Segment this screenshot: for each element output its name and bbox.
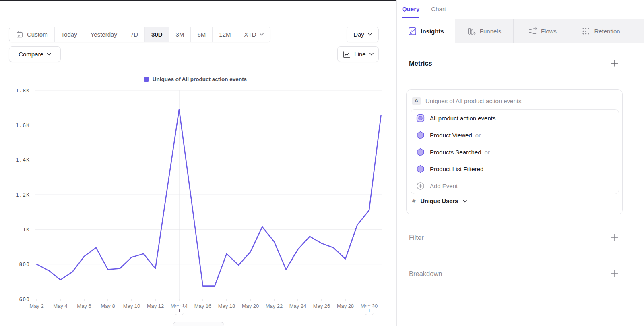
chevron-down-icon — [369, 53, 374, 56]
panel-tabs: Query Chart — [397, 0, 644, 18]
filter-heading: Filter — [409, 234, 424, 241]
event-row[interactable]: Product Viewed or — [411, 127, 619, 143]
tab-funnels[interactable]: Funnels — [455, 19, 514, 43]
tab-query[interactable]: Query — [402, 6, 419, 18]
range-30d[interactable]: 30D — [145, 27, 169, 42]
range-yesterday[interactable]: Yesterday — [84, 27, 124, 42]
funnels-icon — [467, 27, 476, 35]
chart-type-dropdown[interactable]: Line — [337, 46, 379, 62]
annotation-chip[interactable]: 1 — [175, 306, 184, 315]
chevron-down-icon — [260, 33, 264, 36]
circle-plus-icon — [416, 182, 425, 190]
event-row[interactable]: Products Searched or — [411, 143, 619, 160]
range-6m[interactable]: 6M — [191, 27, 213, 42]
svg-text:May 18: May 18 — [218, 303, 235, 309]
event-hexagon-icon — [416, 165, 425, 173]
event-row[interactable]: All product action events — [411, 110, 619, 127]
svg-text:May 2: May 2 — [29, 303, 43, 309]
calendar-icon — [16, 31, 23, 38]
report-tabs-filler — [630, 19, 644, 43]
tab-insights[interactable]: Insights — [397, 19, 455, 43]
svg-text:May 22: May 22 — [266, 303, 283, 309]
chart-panel: Custom Today Yesterday 7D 30D 3M 6M 12M … — [0, 0, 396, 326]
svg-text:1K: 1K — [23, 226, 30, 233]
chart-footer-control[interactable] — [173, 322, 224, 326]
annotation-chip[interactable]: 1 — [365, 306, 374, 315]
measure-dropdown[interactable]: # Unique Users — [412, 198, 467, 204]
tab-retention[interactable]: Retention — [572, 19, 630, 43]
report-type-tabs: Insights Funnels — [397, 19, 644, 43]
query-panel: Query Chart Insights — [396, 0, 644, 326]
svg-text:May 26: May 26 — [313, 303, 330, 309]
range-today[interactable]: Today — [55, 27, 84, 42]
granularity-dropdown[interactable]: Day — [347, 27, 379, 42]
add-filter-button[interactable] — [610, 233, 619, 242]
svg-text:1.6K: 1.6K — [16, 122, 30, 128]
add-breakdown-button[interactable] — [610, 269, 619, 278]
all-events-icon — [416, 114, 425, 123]
line-chart-icon — [343, 50, 351, 58]
top-divider — [0, 0, 396, 1]
metric-badge: A — [412, 97, 421, 105]
event-hexagon-icon — [416, 148, 425, 156]
event-list: All product action events Product Viewed… — [411, 109, 619, 194]
compare-dropdown[interactable]: Compare — [9, 46, 61, 62]
svg-text:May 4: May 4 — [53, 303, 67, 309]
svg-text:May 10: May 10 — [123, 303, 140, 309]
metric-card: A Uniques of All product action events A… — [406, 89, 623, 214]
tab-chart[interactable]: Chart — [431, 6, 446, 18]
flows-icon — [528, 27, 537, 35]
chevron-down-icon — [368, 33, 372, 36]
tab-flows[interactable]: Flows — [514, 19, 572, 43]
add-event-button[interactable]: Add Event — [411, 177, 619, 194]
insights-icon — [408, 27, 417, 35]
breakdown-heading: Breakdown — [409, 270, 442, 278]
svg-text:800: 800 — [19, 261, 30, 267]
svg-text:600: 600 — [19, 296, 30, 302]
event-row[interactable]: Product List Filtered — [411, 160, 619, 177]
add-metric-button[interactable] — [610, 59, 619, 68]
event-hexagon-icon — [416, 131, 425, 139]
analytics-app: Custom Today Yesterday 7D 30D 3M 6M 12M … — [0, 0, 644, 326]
svg-text:1.8K: 1.8K — [16, 87, 30, 93]
metrics-heading: Metrics — [409, 60, 432, 67]
line-chart[interactable]: 6008001K1.2K1.4K1.6K1.8KMay 2May 4May 6M… — [0, 75, 396, 326]
range-7d[interactable]: 7D — [124, 27, 145, 42]
svg-text:1.4K: 1.4K — [16, 157, 30, 163]
svg-text:May 24: May 24 — [289, 303, 307, 309]
range-12m[interactable]: 12M — [213, 27, 237, 42]
svg-text:1.2K: 1.2K — [16, 192, 30, 198]
range-3m[interactable]: 3M — [169, 27, 191, 42]
chevron-down-icon — [463, 200, 467, 203]
metric-group-title: Uniques of All product action events — [425, 98, 521, 104]
svg-text:May 12: May 12 — [147, 303, 164, 309]
hash-icon: # — [412, 198, 415, 204]
svg-text:May 20: May 20 — [242, 303, 259, 309]
svg-text:May 8: May 8 — [101, 303, 115, 309]
svg-text:May 6: May 6 — [77, 303, 91, 309]
chevron-down-icon — [47, 53, 51, 56]
retention-icon — [582, 27, 590, 35]
range-label: Custom — [27, 31, 48, 38]
range-custom[interactable]: Custom — [9, 27, 55, 42]
svg-text:May 28: May 28 — [337, 303, 354, 309]
date-range-picker: Custom Today Yesterday 7D 30D 3M 6M 12M … — [9, 27, 270, 42]
svg-text:May 16: May 16 — [194, 303, 212, 309]
metric-group-header[interactable]: A Uniques of All product action events — [407, 90, 622, 106]
range-xtd[interactable]: XTD — [237, 27, 270, 42]
